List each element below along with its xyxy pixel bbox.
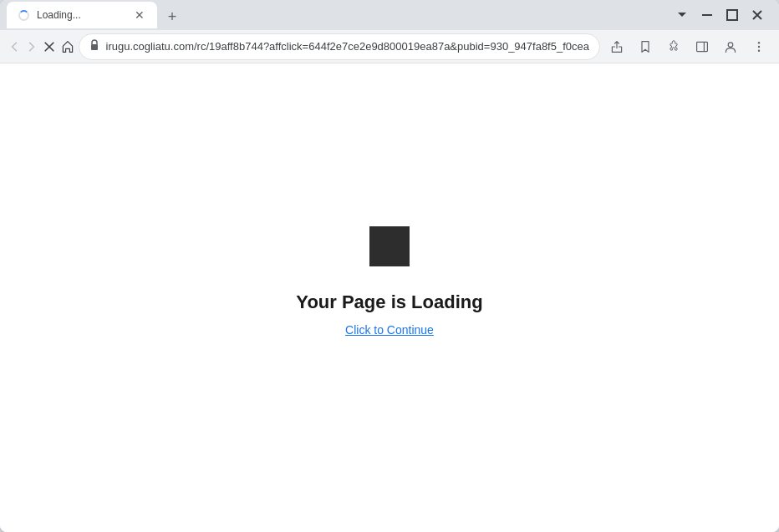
svg-rect-3 [697, 42, 708, 51]
close-icon [751, 8, 764, 22]
back-arrow-icon [8, 40, 21, 53]
tab-favicon [17, 8, 30, 22]
svg-rect-1 [727, 10, 737, 20]
window-maximize-button[interactable] [720, 3, 744, 27]
chevron-down-icon [675, 8, 689, 22]
back-button[interactable] [7, 33, 21, 60]
extensions-button[interactable] [660, 33, 687, 60]
page-content: Your Page is Loading Click to Continue [0, 63, 779, 532]
sidebar-button[interactable] [689, 33, 715, 60]
forward-button[interactable] [24, 33, 38, 60]
home-icon [61, 40, 74, 53]
profile-icon [724, 40, 737, 53]
padlock-icon [89, 39, 99, 51]
window-minimize-button[interactable] [695, 3, 719, 27]
bookmark-button[interactable] [632, 33, 659, 60]
share-icon [610, 40, 624, 53]
window-minimize-button[interactable] [670, 3, 694, 27]
share-button[interactable] [603, 33, 630, 60]
tab-close-button[interactable]: ✕ [132, 8, 147, 23]
active-tab[interactable]: Loading... ✕ [7, 2, 157, 28]
svg-point-7 [758, 45, 760, 47]
profile-button[interactable] [717, 33, 744, 60]
svg-point-5 [728, 42, 733, 47]
loading-spinner [18, 10, 29, 21]
forward-arrow-icon [25, 40, 38, 53]
svg-rect-2 [91, 44, 98, 50]
url-display: irugu.cogliatu.com/rc/19aff8b744?affclic… [106, 40, 590, 53]
home-button[interactable] [60, 33, 74, 60]
bookmark-icon [639, 40, 652, 53]
svg-point-6 [758, 42, 760, 43]
loading-graphic: Your Page is Loading Click to Continue [296, 226, 482, 337]
toolbar-right [603, 33, 772, 60]
new-tab-button[interactable]: + [160, 5, 184, 28]
click-to-continue-link[interactable]: Click to Continue [345, 323, 434, 337]
dark-square-graphic [369, 226, 410, 266]
svg-point-8 [758, 49, 760, 51]
window-close-button[interactable] [746, 3, 769, 27]
window-controls [670, 3, 769, 27]
close-icon [43, 40, 56, 53]
reload-button[interactable] [43, 33, 57, 60]
lock-icon [89, 39, 99, 53]
puzzle-icon [667, 40, 680, 53]
omnibox[interactable]: irugu.cogliatu.com/rc/19aff8b744?affclic… [79, 33, 601, 60]
browser-window: Loading... ✕ + [0, 0, 779, 532]
svg-rect-0 [702, 14, 712, 16]
menu-button[interactable] [746, 33, 772, 60]
title-bar: Loading... ✕ + [0, 0, 779, 30]
sidebar-icon [695, 40, 709, 53]
kebab-menu-icon [752, 40, 766, 53]
loading-heading: Your Page is Loading [296, 291, 482, 313]
maximize-icon [726, 8, 739, 22]
tab-title: Loading... [37, 9, 125, 21]
tabs-bar: Loading... ✕ + [7, 2, 667, 28]
address-bar: irugu.cogliatu.com/rc/19aff8b744?affclic… [0, 30, 779, 63]
minimize-icon [700, 8, 714, 22]
